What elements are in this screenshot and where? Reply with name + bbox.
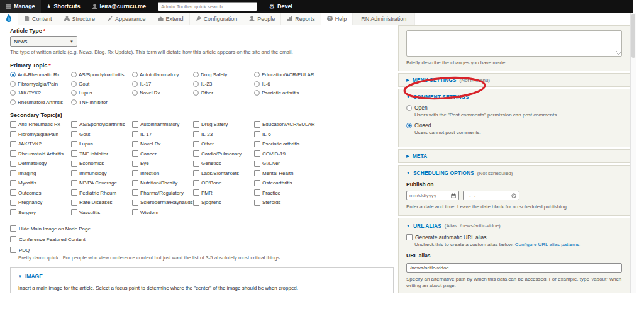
- menu-settings-section[interactable]: MENU SETTINGS (Not in menu): [398, 73, 630, 87]
- secondary-topic-option[interactable]: Nutrition/Obesity: [132, 180, 193, 186]
- secondary-topic-option[interactable]: Rheumatoid Arthritis: [10, 150, 71, 157]
- url-alias-input[interactable]: [406, 263, 622, 273]
- secondary-topic-option[interactable]: Psoriatic arthritis: [254, 141, 315, 147]
- primary-topic-option[interactable]: JAK/TYK2: [10, 90, 71, 96]
- secondary-topic-option[interactable]: Autoinflammatory: [132, 121, 193, 128]
- secondary-topic-option[interactable]: Myositis: [10, 180, 71, 186]
- secondary-topic-option[interactable]: COVID-19: [254, 150, 315, 157]
- secondary-topic-option[interactable]: JAK/TYK2: [10, 141, 71, 147]
- secondary-topic-option[interactable]: Education/ACR/EULAR: [254, 121, 315, 128]
- scrollbar-thumb[interactable]: [631, 14, 635, 58]
- publish-time-input[interactable]: --:--:-- --: [463, 191, 519, 200]
- secondary-topic-option[interactable]: Practice: [254, 189, 315, 196]
- secondary-topic-option[interactable]: Pregnancy: [10, 200, 71, 206]
- url-alias-header[interactable]: URL ALIAS (Alias: /news/aritlc-vidoe): [406, 223, 622, 229]
- secondary-topic-option[interactable]: OP/Bone: [193, 180, 254, 186]
- secondary-topic-option[interactable]: Genetics: [193, 161, 254, 167]
- secondary-topic-option[interactable]: IL-17: [132, 131, 193, 137]
- manage-menu[interactable]: Manage: [0, 0, 41, 13]
- primary-topic-option[interactable]: Novel Rx: [132, 90, 193, 96]
- menu-item-help[interactable]: ? Help: [321, 13, 353, 25]
- secondary-topic-option[interactable]: Cardio/Pulmonary: [193, 150, 254, 157]
- secondary-topic-option[interactable]: Outcomes: [10, 189, 71, 196]
- secondary-topic-option[interactable]: Mental Health: [254, 170, 315, 176]
- primary-topic-option[interactable]: Drug Safety: [193, 72, 254, 77]
- primary-topic-option[interactable]: Fibromyalgia/Pain: [10, 81, 71, 87]
- secondary-topic-option[interactable]: Fibromyalgia/Pain: [10, 131, 71, 137]
- secondary-topic-option[interactable]: Vasculitis: [71, 209, 132, 215]
- secondary-topic-option[interactable]: Osteoarthritis: [254, 180, 315, 186]
- secondary-topic-option[interactable]: Anti-Rheumatic Rx: [10, 121, 71, 128]
- primary-topic-option[interactable]: Education/ACR/EULAR: [254, 72, 315, 77]
- secondary-topic-option[interactable]: Lupus: [71, 141, 132, 147]
- menu-item-structure[interactable]: Structure: [58, 13, 102, 25]
- primary-topic-option[interactable]: IL-6: [254, 81, 315, 87]
- image-fieldset-header[interactable]: IMAGE: [18, 273, 386, 279]
- secondary-topic-option[interactable]: Rare Diseases: [71, 200, 132, 206]
- secondary-topic-option[interactable]: Cancer: [132, 150, 193, 157]
- secondary-topic-option[interactable]: TNF inhibitor: [71, 150, 132, 157]
- flag-checkbox-row[interactable]: Conference Featured Content: [10, 236, 394, 242]
- primary-topic-option[interactable]: Other: [193, 90, 254, 96]
- comment-option-radio-row[interactable]: Closed: [406, 122, 622, 128]
- secondary-topic-option[interactable]: Imaging: [10, 170, 71, 176]
- menu-item-appearance[interactable]: Appearance: [101, 13, 152, 25]
- secondary-topic-option[interactable]: Surgery: [10, 209, 71, 215]
- secondary-topic-option[interactable]: AS/Spondyloarthritis: [71, 121, 132, 128]
- flag-checkbox-row[interactable]: Hide Main Image on Node Page: [10, 225, 394, 232]
- publish-date-input[interactable]: mm/dd/yyyy: [406, 191, 459, 200]
- secondary-topic-option[interactable]: IL-23: [193, 131, 254, 137]
- secondary-topic-option[interactable]: PMR: [193, 189, 254, 196]
- devel-menu[interactable]: Devel: [264, 0, 298, 13]
- primary-topic-option[interactable]: IL-23: [193, 81, 254, 87]
- article-type-select[interactable]: News ▼: [10, 36, 77, 47]
- secondary-topic-option[interactable]: Pharma/Regulatory: [132, 189, 193, 196]
- user-menu[interactable]: leira@curricu.me: [86, 0, 152, 13]
- secondary-topic-option[interactable]: Gout: [71, 131, 132, 137]
- primary-topic-option[interactable]: Anti-Rheumatic Rx: [10, 72, 71, 77]
- scheduling-header[interactable]: SCHEDULING OPTIONS (Not scheduled): [406, 170, 622, 176]
- secondary-topic-option[interactable]: Drug Safety: [193, 121, 254, 128]
- secondary-topic-option[interactable]: GI/Liver: [254, 161, 315, 167]
- secondary-topic-option[interactable]: Novel Rx: [132, 141, 193, 147]
- menu-item-extend[interactable]: Extend: [152, 13, 190, 25]
- primary-topic-option[interactable]: TNF inhibitor: [71, 99, 132, 105]
- secondary-topic-option[interactable]: Other: [193, 141, 254, 147]
- configure-alias-patterns-link[interactable]: Configure URL alias patterns.: [515, 242, 581, 247]
- secondary-topic-option[interactable]: Infection: [132, 170, 193, 176]
- primary-topic-option[interactable]: Lupus: [71, 90, 132, 96]
- menu-item-rn-administration[interactable]: RN Administration: [353, 13, 415, 25]
- scrollbar[interactable]: [630, 13, 636, 293]
- menu-item-reports[interactable]: Reports: [281, 13, 321, 25]
- secondary-topic-option[interactable]: Immunology: [71, 170, 132, 176]
- flag-checkbox-row[interactable]: PDQ: [10, 247, 394, 253]
- shortcuts-menu[interactable]: Shortcuts: [41, 0, 86, 13]
- menu-item-configuration[interactable]: Configuration: [190, 13, 244, 25]
- comment-settings-header[interactable]: COMMENT SETTINGS: [406, 94, 622, 100]
- primary-topic-option[interactable]: Psoriatic arthritis: [254, 90, 315, 96]
- primary-topic-option[interactable]: Autoinflammatory: [132, 72, 193, 77]
- generate-auto-alias-checkbox-row[interactable]: Generate automatic URL alias: [406, 234, 622, 240]
- drupal-logo[interactable]: [0, 13, 18, 25]
- comment-option-radio-row[interactable]: Open: [406, 104, 622, 111]
- secondary-topic-option[interactable]: Dermatology: [10, 161, 71, 167]
- menu-item-content[interactable]: Content: [18, 13, 58, 25]
- admin-search-input[interactable]: [158, 2, 257, 11]
- secondary-topic-option[interactable]: Wisdom: [132, 209, 193, 215]
- secondary-topic-option[interactable]: Pediatric Rheum: [71, 189, 132, 196]
- meta-section[interactable]: META: [398, 149, 630, 163]
- secondary-topic-option[interactable]: Economics: [71, 161, 132, 167]
- primary-topic-option[interactable]: AS/Spondyloarthritis: [71, 72, 132, 77]
- primary-topic-option[interactable]: Rheumatoid Arthritis: [10, 99, 71, 105]
- primary-topic-option[interactable]: IL-17: [132, 81, 193, 87]
- secondary-topic-option[interactable]: Labs/Biomarkers: [193, 170, 254, 176]
- revision-log-textarea[interactable]: [406, 30, 622, 57]
- secondary-topic-option[interactable]: IL-6: [254, 131, 315, 137]
- secondary-topic-option[interactable]: Sjogrens: [193, 200, 254, 206]
- secondary-topic-option[interactable]: Eye: [132, 161, 193, 167]
- secondary-topic-option[interactable]: Steroids: [254, 200, 315, 206]
- secondary-topic-option[interactable]: Scleroderma/Raynauds: [132, 200, 193, 206]
- secondary-topic-option[interactable]: NP/PA Coverage: [71, 180, 132, 186]
- menu-item-people[interactable]: People: [243, 13, 281, 25]
- primary-topic-option[interactable]: Gout: [71, 81, 132, 87]
